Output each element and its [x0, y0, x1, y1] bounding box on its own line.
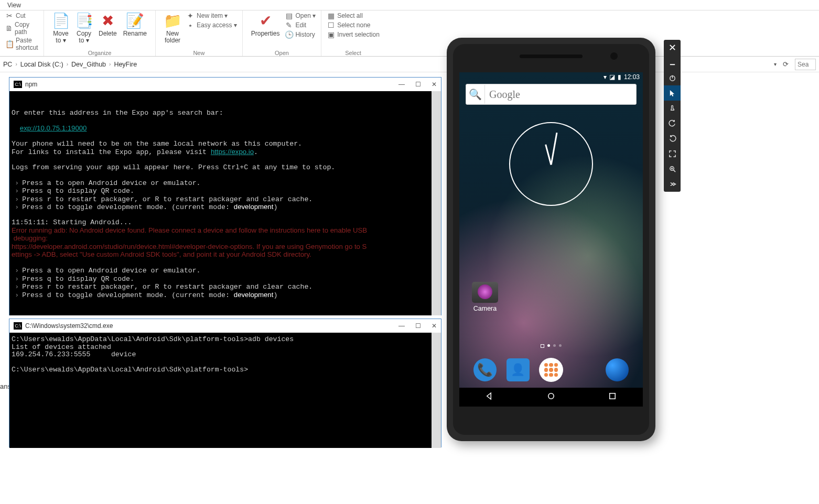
- rotate-cw-button[interactable]: [664, 131, 681, 146]
- chevron-right-icon: ›: [67, 61, 68, 67]
- android-nav-bar: [459, 388, 643, 407]
- android-status-bar: ▾ ◪ ▮ 12:03: [604, 72, 640, 82]
- search-input[interactable]: [795, 59, 816, 70]
- rename-button[interactable]: 📝Rename: [120, 12, 150, 38]
- select-none-button[interactable]: ☐Select none: [327, 21, 380, 29]
- battery-icon: ▮: [618, 73, 621, 81]
- group-organize-label: Organize: [44, 50, 155, 56]
- open-icon: ▤: [285, 12, 293, 20]
- minute-hand: [551, 133, 557, 165]
- scrollbar[interactable]: [432, 91, 441, 315]
- minimize-emulator-button[interactable]: [664, 55, 681, 70]
- group-select-label: Select: [321, 50, 385, 56]
- edit-button[interactable]: ✎Edit: [285, 21, 316, 29]
- chevron-right-icon: ›: [109, 61, 111, 67]
- breadcrumb-dev[interactable]: Dev_Github: [71, 61, 106, 68]
- search-icon: 🔍: [466, 85, 485, 104]
- refresh-icon[interactable]: ⟳: [783, 60, 789, 68]
- breadcrumb-c[interactable]: Local Disk (C:): [20, 61, 63, 68]
- copy-path-icon: 🗎: [5, 24, 13, 32]
- paste-shortcut-icon: 📋: [5, 40, 14, 48]
- new-folder-icon: 📁: [164, 13, 181, 29]
- copy-to-button[interactable]: 📑Copy to ▾: [72, 12, 95, 45]
- copy-path-button[interactable]: 🗎Copy path: [5, 21, 38, 36]
- page-dot: [553, 344, 556, 347]
- open-button[interactable]: ▤Open ▾: [285, 12, 316, 20]
- wifi-icon: ▾: [604, 73, 607, 81]
- contact-icon: 👤: [511, 363, 525, 377]
- camera-label: Camera: [472, 305, 498, 312]
- home-button[interactable]: [546, 391, 556, 403]
- npm-terminal-window[interactable]: C:\npm —☐✕ Or enter this address in the …: [9, 77, 441, 315]
- delete-button[interactable]: ✖Delete: [95, 12, 120, 38]
- cut-button[interactable]: ✂Cut: [5, 12, 38, 20]
- front-camera-dot: [610, 52, 618, 60]
- history-icon: 🕒: [285, 30, 293, 39]
- fullscreen-button[interactable]: [664, 146, 681, 161]
- page-dot: [559, 344, 562, 347]
- paste-shortcut-button[interactable]: 📋Paste shortcut: [5, 37, 38, 51]
- close-button[interactable]: ✕: [432, 81, 437, 88]
- power-button[interactable]: [664, 70, 681, 85]
- new-item-button[interactable]: ✦New item ▾: [186, 12, 237, 20]
- speaker-grill: [520, 54, 583, 58]
- breadcrumb-pc[interactable]: PC: [3, 61, 12, 68]
- minimize-button[interactable]: —: [398, 322, 405, 330]
- group-open-label: Open: [243, 50, 321, 56]
- select-none-icon: ☐: [327, 21, 335, 29]
- emulator-toolbar: [664, 40, 681, 192]
- chevron-right-icon: ›: [15, 61, 17, 67]
- move-to-icon: 📄: [52, 13, 69, 29]
- breadcrumb-folder[interactable]: HeyFire: [114, 61, 137, 68]
- rotate-ccw-button[interactable]: [664, 116, 681, 131]
- emulator-screen[interactable]: ▾ ◪ ▮ 12:03 🔍 Google Camera: [459, 72, 643, 407]
- app-dock: 📞 👤: [459, 354, 643, 386]
- back-button[interactable]: [485, 391, 494, 403]
- close-button[interactable]: ✕: [432, 322, 437, 330]
- contacts-app[interactable]: 👤: [507, 358, 530, 381]
- terminal-output[interactable]: C:\Users\ewalds\AppData\Local\Android\Sd…: [9, 333, 432, 448]
- select-all-button[interactable]: ▦Select all: [327, 12, 380, 20]
- phone-app[interactable]: 📞: [473, 358, 497, 381]
- maximize-button[interactable]: ☐: [415, 322, 421, 330]
- page-indicator: [459, 344, 643, 348]
- google-search-widget[interactable]: 🔍 Google: [466, 84, 637, 105]
- browser-app[interactable]: [606, 358, 629, 381]
- easy-access-button[interactable]: ⭑Easy access ▾: [186, 21, 237, 29]
- maximize-button[interactable]: ☐: [415, 81, 421, 88]
- close-emulator-button[interactable]: [664, 40, 681, 55]
- new-folder-button[interactable]: 📁New folder: [161, 12, 184, 45]
- terminal-output[interactable]: Or enter this address in the Expo app's …: [9, 91, 432, 315]
- easy-access-icon: ⭑: [186, 21, 195, 29]
- minimize-button[interactable]: —: [398, 81, 405, 88]
- cursor-mode-button[interactable]: [664, 85, 681, 101]
- edit-icon: ✎: [285, 21, 293, 29]
- invert-selection-button[interactable]: ▣Invert selection: [327, 30, 380, 39]
- analog-clock-widget[interactable]: [509, 122, 593, 206]
- no-sim-icon: ◪: [609, 73, 615, 81]
- breadcrumb[interactable]: PC› Local Disk (C:)› Dev_Github› HeyFire: [3, 61, 137, 68]
- android-emulator[interactable]: ▾ ◪ ▮ 12:03 🔍 Google Camera: [447, 38, 655, 441]
- cmd-terminal-window[interactable]: C:\C:\Windows\system32\cmd.exe —☐✕ C:\Us…: [9, 319, 441, 447]
- page-dot: [547, 344, 550, 347]
- touch-mode-button[interactable]: [664, 101, 681, 116]
- delete-icon: ✖: [99, 13, 116, 29]
- cmd-icon: C:\: [14, 322, 22, 330]
- properties-button[interactable]: ✔Properties: [248, 12, 283, 38]
- apps-grid-icon: [544, 363, 558, 377]
- svg-rect-1: [609, 393, 615, 399]
- camera-icon: [472, 282, 498, 303]
- more-button[interactable]: [664, 177, 681, 192]
- scrollbar[interactable]: [432, 333, 441, 448]
- zoom-button[interactable]: [664, 161, 681, 177]
- select-all-icon: ▦: [327, 12, 335, 20]
- all-apps-button[interactable]: [539, 358, 563, 382]
- camera-app-shortcut[interactable]: Camera: [472, 282, 498, 312]
- ribbon: ✂Cut 🗎Copy path 📋Paste shortcut 📄Move to…: [0, 10, 819, 57]
- ribbon-tab-view[interactable]: View: [7, 2, 21, 9]
- move-to-button[interactable]: 📄Move to ▾: [49, 12, 72, 45]
- recents-button[interactable]: [608, 391, 617, 403]
- history-button[interactable]: 🕒History: [285, 30, 316, 39]
- dropdown-chevron-icon[interactable]: ▾: [774, 61, 777, 67]
- window-title: C:\Windows\system32\cmd.exe: [25, 322, 113, 330]
